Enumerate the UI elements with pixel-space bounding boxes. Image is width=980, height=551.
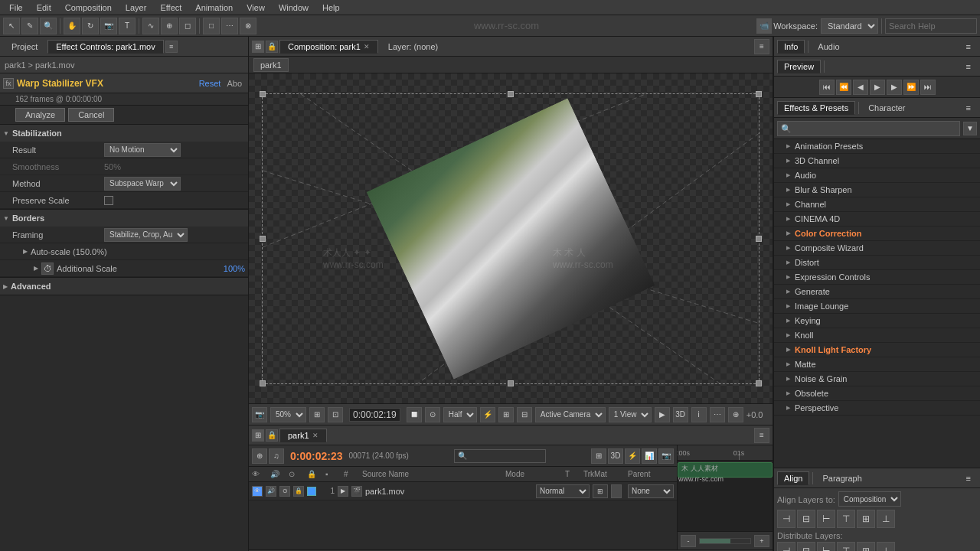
tl-motion-btn[interactable]: ⚡: [625, 448, 640, 464]
comp-panel-menu[interactable]: ≡: [754, 39, 769, 54]
analyze-button[interactable]: Analyze: [15, 108, 65, 122]
tab-paragraph[interactable]: Paragraph: [816, 472, 867, 484]
dist-left-btn[interactable]: ⊣: [777, 542, 795, 551]
tl-solo-btn[interactable]: ⊕: [252, 448, 267, 464]
effects-list-item-3[interactable]: ▶Blur & Sharpen: [774, 183, 980, 197]
handle-mid-left[interactable]: [260, 236, 266, 242]
region-btn[interactable]: ⊙: [425, 407, 440, 422]
additional-scale-value[interactable]: 100%: [224, 264, 245, 273]
dist-hcenter-btn[interactable]: ⊟: [797, 542, 815, 551]
effects-list-item-12[interactable]: ▶Keying: [774, 314, 980, 328]
more-btn[interactable]: ⋯: [710, 407, 725, 422]
menu-edit[interactable]: Edit: [31, 2, 57, 14]
tab-project[interactable]: Project: [3, 40, 46, 54]
tl-camera-icon[interactable]: 📷: [658, 448, 674, 464]
dist-vcenter-btn[interactable]: ⊞: [857, 542, 875, 551]
effects-list-item-4[interactable]: ▶Channel: [774, 197, 980, 212]
pixel-ratio-btn[interactable]: ⊡: [328, 407, 343, 422]
abort-button[interactable]: Abo: [224, 79, 245, 88]
tab-audio[interactable]: Audio: [812, 41, 845, 53]
preserve-scale-checkbox[interactable]: [104, 196, 113, 205]
fit-btn[interactable]: ⊞: [309, 407, 325, 422]
method-select[interactable]: Subspace Warp: [104, 177, 181, 191]
overlay-btn[interactable]: ⊟: [517, 407, 532, 422]
preview-next-btn[interactable]: ⏩: [903, 80, 919, 95]
tl-audio-btn[interactable]: ♫: [269, 448, 284, 464]
tab-character[interactable]: Character: [862, 102, 911, 114]
tl-menu-btn[interactable]: ≡: [754, 428, 769, 443]
tl-zoom-out-btn[interactable]: -: [681, 535, 696, 547]
preview-menu-btn[interactable]: ≡: [960, 60, 977, 73]
fast-preview-btn[interactable]: ⚡: [480, 407, 495, 422]
tl-zoom-bar[interactable]: [699, 538, 751, 544]
menu-window[interactable]: Window: [273, 2, 315, 14]
workspace-select[interactable]: Standard: [821, 18, 878, 34]
handle-bot-center[interactable]: [508, 380, 514, 386]
layer-name[interactable]: park1.mov: [365, 487, 533, 496]
brush-tool[interactable]: ∿: [142, 18, 159, 34]
handle-mid-right[interactable]: [756, 236, 762, 242]
shape-tool[interactable]: □: [203, 18, 220, 34]
tab-info[interactable]: Info: [777, 40, 805, 54]
info-btn[interactable]: i: [691, 407, 707, 422]
menu-file[interactable]: File: [3, 2, 29, 14]
preview-first-btn[interactable]: ⏮: [819, 80, 835, 95]
grid-btn[interactable]: ⊞: [498, 407, 514, 422]
search-help-input[interactable]: [885, 18, 977, 34]
handle-top-center[interactable]: [508, 91, 514, 97]
effects-list-item-9[interactable]: ▶Expression Controls: [774, 270, 980, 285]
effects-list-item-13[interactable]: ▶Knoll: [774, 328, 980, 343]
align-target-select[interactable]: Composition: [838, 491, 901, 507]
tl-zoom-in-btn[interactable]: +: [754, 535, 769, 547]
menu-help[interactable]: Help: [316, 2, 346, 14]
layer-color-swatch[interactable]: [307, 487, 316, 496]
text-tool[interactable]: T: [119, 18, 136, 34]
preview-play-btn[interactable]: ▶: [870, 80, 885, 95]
align-hcenter-btn[interactable]: ⊟: [797, 510, 815, 528]
composition-viewer[interactable]: 术人人 ✦ ✦www.rr-sc.com 木 术 人www.rr-sc.com: [249, 73, 773, 403]
borders-header[interactable]: ▼ Borders: [0, 210, 248, 227]
effects-search-input[interactable]: [777, 121, 960, 136]
tl-3d-btn[interactable]: 3D: [608, 448, 623, 464]
comp-lock-icon[interactable]: 🔒: [266, 41, 278, 53]
view-select[interactable]: Active Camera: [535, 407, 606, 422]
effects-list-item-18[interactable]: ▶Perspective: [774, 401, 980, 416]
comp-name-tab[interactable]: park1: [253, 58, 289, 72]
menu-animation[interactable]: Animation: [189, 2, 239, 14]
tab-align[interactable]: Align: [777, 471, 809, 485]
effects-list-item-11[interactable]: ▶Image Lounge: [774, 299, 980, 314]
selection-tool[interactable]: ↖: [3, 18, 20, 34]
rp-menu-btn[interactable]: ≡: [960, 41, 977, 53]
puppet-tool[interactable]: ⋯: [221, 18, 238, 34]
menu-effect[interactable]: Effect: [154, 2, 188, 14]
tab-preview[interactable]: Preview: [777, 60, 821, 73]
effects-list-item-7[interactable]: ▶Composite Wizard: [774, 241, 980, 256]
align-right-btn[interactable]: ⊢: [817, 510, 835, 528]
effects-list-item-14[interactable]: ▶Knoll Light Factory: [774, 343, 980, 357]
handle-top-right[interactable]: [756, 91, 762, 97]
advanced-header[interactable]: ▶ Advanced: [0, 278, 248, 295]
timeline-tab-park1[interactable]: park1 ✕: [279, 429, 327, 442]
handle-bot-right[interactable]: [756, 380, 762, 386]
zoom-select[interactable]: 50%: [270, 407, 306, 422]
effects-list-item-6[interactable]: ▶Color Correction: [774, 227, 980, 241]
tab-composition[interactable]: Composition: park1 ✕: [279, 40, 378, 54]
layer-solo-btn[interactable]: ⊙: [279, 486, 290, 497]
align-menu-btn[interactable]: ≡: [960, 472, 977, 484]
tab-effect-controls[interactable]: Effect Controls: park1.mov: [47, 40, 163, 54]
snapshot-show-btn[interactable]: 🔲: [407, 407, 422, 422]
effects-list-item-17[interactable]: ▶Obsolete: [774, 386, 980, 401]
align-top-btn[interactable]: ⊤: [837, 510, 855, 528]
tab-effects-presets[interactable]: Effects & Presets: [777, 101, 855, 115]
effects-list-item-0[interactable]: ▶Animation Presets: [774, 139, 980, 154]
menu-layer[interactable]: Layer: [119, 2, 153, 14]
effects-list-item-2[interactable]: ▶Audio: [774, 168, 980, 183]
view-count-select[interactable]: 1 View: [609, 407, 652, 422]
comp-tab-close[interactable]: ✕: [364, 43, 370, 51]
menu-view[interactable]: View: [240, 2, 271, 14]
reset-button[interactable]: Reset: [196, 79, 224, 88]
menu-composition[interactable]: Composition: [59, 2, 118, 14]
align-vcenter-btn[interactable]: ⊞: [857, 510, 875, 528]
pen-tool[interactable]: ✎: [21, 18, 38, 34]
align-left-btn[interactable]: ⊣: [777, 510, 795, 528]
